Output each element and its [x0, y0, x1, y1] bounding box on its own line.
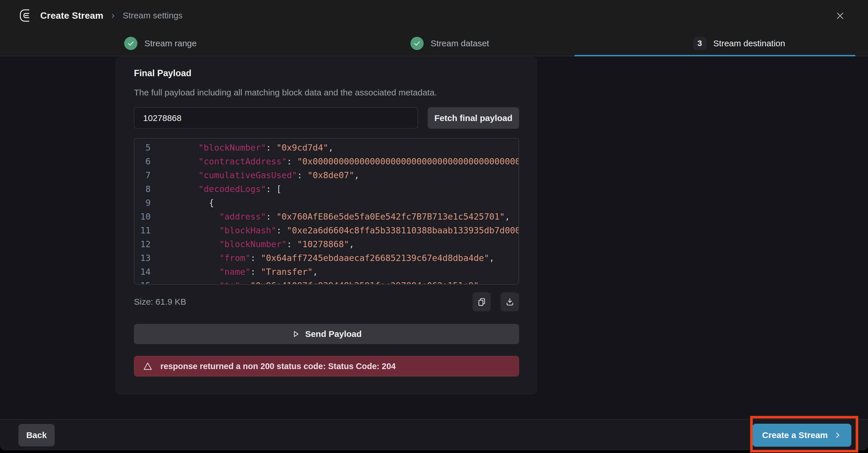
chevron-right-icon: ›: [112, 9, 115, 21]
step-label: Stream dataset: [431, 38, 489, 48]
send-payload-button[interactable]: Send Payload: [134, 324, 519, 344]
size-row: Size: 61.9 KB: [134, 292, 519, 311]
check-icon: [124, 37, 137, 50]
download-payload-button[interactable]: [501, 292, 519, 311]
download-icon: [505, 297, 515, 307]
breadcrumb: Stream settings: [123, 11, 183, 21]
code-line: 12 "blockNumber": "10278868",: [134, 237, 519, 251]
check-icon: [410, 37, 424, 50]
code-line: 8 "decodedLogs": [: [134, 182, 519, 196]
step-stream-range[interactable]: Stream range: [16, 31, 305, 56]
play-icon: [291, 330, 300, 338]
annotation-highlight-box: [750, 416, 858, 452]
page-title: Create Stream: [40, 10, 103, 21]
error-message: response returned a non 200 status code:…: [160, 362, 396, 371]
copy-payload-button[interactable]: [472, 292, 491, 311]
code-line: 15 "to": "0x96a41097fc839448b2591fac2978…: [134, 279, 519, 284]
create-stream-modal: Create Stream › Stream settings Stream r…: [0, 0, 868, 450]
size-actions: [472, 292, 519, 311]
step-label: Stream destination: [713, 38, 785, 48]
send-payload-label: Send Payload: [305, 329, 362, 339]
code-line: 13 "from": "0x64aff7245ebdaaecaf26685213…: [134, 251, 519, 265]
back-button[interactable]: Back: [19, 424, 55, 446]
footer-bar: Back Create a Stream: [0, 419, 868, 450]
code-line: 14 "name": "Transfer",: [134, 265, 519, 279]
code-line: 9 {: [134, 196, 519, 210]
block-number-input[interactable]: [134, 107, 418, 129]
step-stream-destination[interactable]: 3 Stream destination: [594, 31, 868, 56]
step-stream-dataset[interactable]: Stream dataset: [305, 31, 595, 56]
fetch-final-payload-button[interactable]: Fetch final payload: [428, 107, 519, 129]
final-payload-card: Final Payload The full payload including…: [115, 57, 537, 395]
code-lines: 5 "blockNumber": "0x9cd7d4",6 "contractA…: [134, 141, 519, 284]
content-area: Final Payload The full payload including…: [0, 56, 868, 420]
step-number-badge: 3: [693, 37, 707, 50]
card-heading: Final Payload: [134, 68, 191, 79]
close-button[interactable]: [834, 9, 847, 23]
code-line: 11 "blockHash": "0xe2a6d6604c8ffa5b33811…: [134, 223, 519, 237]
code-line: 6 "contractAddress": "0x0000000000000000…: [134, 155, 519, 169]
code-line: 7 "cumulativeGasUsed": "0x8de07",: [134, 169, 519, 182]
payload-code-editor[interactable]: 5 "blockNumber": "0x9cd7d4",6 "contractA…: [134, 138, 519, 284]
copy-icon: [477, 297, 487, 307]
step-label: Stream range: [144, 38, 196, 48]
topbar: Create Stream › Stream settings: [0, 0, 868, 31]
page: Create Stream › Stream settings Stream r…: [0, 0, 868, 453]
streams-logo-icon: [18, 7, 34, 24]
warning-triangle-icon: [143, 361, 153, 371]
code-line: 10 "address": "0x760AfE86e5de5fa0Ee542fc…: [134, 210, 519, 223]
payload-size-label: Size: 61.9 KB: [134, 297, 186, 307]
card-description: The full payload including all matching …: [134, 88, 437, 97]
error-banner: response returned a non 200 status code:…: [134, 356, 519, 376]
steps-nav: Stream range Stream dataset 3 Stream des…: [0, 31, 868, 56]
code-line: 5 "blockNumber": "0x9cd7d4",: [134, 141, 519, 155]
close-icon: [835, 10, 845, 21]
